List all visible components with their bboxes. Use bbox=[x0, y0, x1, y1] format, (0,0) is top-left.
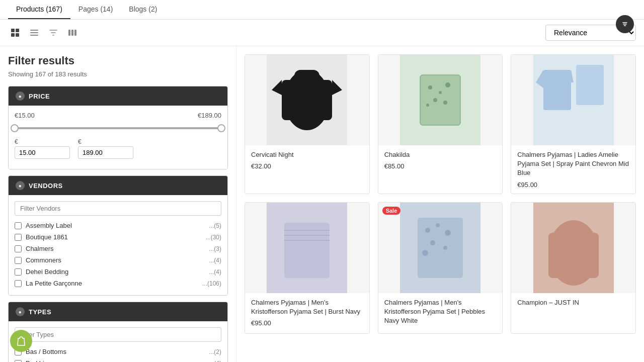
product-name: Chalmers Pyjamas | Men's Kristofferson P… bbox=[384, 298, 497, 326]
product-info: Chalmers Pyjamas | Men's Kristofferson P… bbox=[245, 293, 369, 332]
type-checkbox[interactable] bbox=[15, 360, 22, 363]
types-search-input[interactable] bbox=[15, 327, 221, 342]
price-circle-icon: ● bbox=[16, 92, 25, 101]
vendor-item: Boutique 1861 ...(30) bbox=[15, 231, 221, 243]
product-info: Cervicati Night €32.00 bbox=[245, 145, 369, 175]
price-min-wrap: € bbox=[15, 138, 70, 159]
range-thumb-left[interactable] bbox=[11, 124, 19, 132]
svg-rect-27 bbox=[576, 65, 604, 105]
vendor-checkbox[interactable] bbox=[15, 268, 22, 276]
product-card[interactable]: Champion – JUST IN bbox=[511, 202, 636, 334]
grid-view-icon[interactable] bbox=[8, 26, 22, 40]
vendor-name: Commoners bbox=[26, 256, 61, 264]
filter-circle-button[interactable] bbox=[616, 15, 634, 33]
product-image bbox=[245, 55, 369, 145]
vendors-search-input[interactable] bbox=[15, 201, 221, 216]
list-view-icon[interactable] bbox=[27, 26, 41, 40]
type-count: ...(4) bbox=[209, 360, 221, 363]
price-section: ● PRICE €15.00 €189.00 bbox=[8, 86, 228, 169]
svg-point-22 bbox=[433, 98, 437, 102]
price-label: PRICE bbox=[29, 93, 50, 100]
svg-point-39 bbox=[443, 246, 447, 250]
product-info: Chakilda €85.00 bbox=[378, 145, 503, 175]
product-card[interactable]: Chakilda €85.00 bbox=[378, 54, 503, 194]
svg-point-20 bbox=[439, 91, 442, 94]
product-name: Chalmers Pyjamas | Ladies Amelie Pyjama … bbox=[517, 150, 629, 178]
product-card[interactable]: Sale Chalmers Pyjamas | Men's Kristoffer… bbox=[378, 202, 503, 334]
price-max-input[interactable] bbox=[78, 146, 133, 159]
range-thumb-right[interactable] bbox=[217, 124, 225, 132]
product-name: Chalmers Pyjamas | Men's Kristofferson P… bbox=[251, 298, 363, 316]
vendor-item-left: Dehei Bedding bbox=[15, 268, 68, 276]
shopify-button[interactable] bbox=[10, 330, 32, 352]
svg-point-40 bbox=[422, 250, 428, 256]
vendor-checkbox[interactable] bbox=[15, 280, 22, 287]
svg-point-19 bbox=[428, 85, 432, 89]
svg-rect-7 bbox=[68, 30, 70, 36]
svg-point-37 bbox=[445, 230, 451, 236]
vendor-count: ...(4) bbox=[209, 257, 221, 264]
price-section-header[interactable]: ● PRICE bbox=[9, 86, 227, 106]
types-section-header[interactable]: ● TYPES bbox=[9, 302, 227, 321]
price-min-symbol: € bbox=[15, 138, 70, 145]
price-inputs: € € bbox=[15, 138, 221, 159]
filter-icon[interactable] bbox=[46, 26, 60, 40]
vendor-count: ...(4) bbox=[209, 268, 221, 276]
product-image bbox=[245, 203, 369, 293]
vendor-checkbox[interactable] bbox=[15, 245, 22, 252]
types-list: Bas / Bottoms ...(2) Bed Linen ...(4) Br… bbox=[15, 346, 221, 362]
product-image bbox=[378, 203, 503, 293]
tab-blogs[interactable]: Blogs (2) bbox=[121, 0, 165, 19]
svg-rect-4 bbox=[30, 30, 38, 31]
vendors-section: ● VENDORS Assembly Label ...(5) Boutique… bbox=[8, 175, 228, 296]
product-card[interactable]: Chalmers Pyjamas | Men's Kristofferson P… bbox=[245, 202, 370, 334]
types-section-body: Bas / Bottoms ...(2) Bed Linen ...(4) Br… bbox=[9, 321, 227, 362]
vendor-checkbox[interactable] bbox=[15, 234, 22, 241]
svg-rect-34 bbox=[418, 218, 463, 278]
price-labels: €15.00 €189.00 bbox=[15, 112, 221, 119]
product-name: Cervicati Night bbox=[251, 150, 363, 159]
svg-rect-15 bbox=[294, 70, 319, 82]
svg-point-23 bbox=[426, 104, 429, 107]
vendors-section-header[interactable]: ● VENDORS bbox=[9, 176, 227, 195]
vendors-list: Assembly Label ...(5) Boutique 1861 ...(… bbox=[15, 220, 221, 289]
vendor-count: ...(3) bbox=[209, 245, 221, 252]
svg-rect-12 bbox=[282, 80, 332, 120]
vendor-name: Chalmers bbox=[26, 245, 54, 252]
svg-rect-2 bbox=[11, 33, 15, 37]
tab-pages[interactable]: Pages (14) bbox=[70, 0, 121, 19]
vendors-circle-icon: ● bbox=[16, 181, 25, 190]
products-area: Cervicati Night €32.00 Chakilda €85.00 C… bbox=[236, 46, 644, 362]
svg-rect-0 bbox=[11, 29, 15, 32]
svg-rect-26 bbox=[543, 70, 571, 110]
range-fill bbox=[15, 127, 221, 129]
price-max-wrap: € bbox=[78, 138, 133, 159]
vendor-item-left: La Petite Garçonne bbox=[15, 280, 82, 287]
product-name: Chakilda bbox=[384, 150, 497, 159]
vendor-checkbox[interactable] bbox=[15, 257, 22, 264]
vendor-item-left: Chalmers bbox=[15, 245, 54, 252]
product-card[interactable]: Chalmers Pyjamas | Ladies Amelie Pyjama … bbox=[511, 54, 636, 194]
price-min-input[interactable] bbox=[15, 146, 70, 159]
vendor-checkbox[interactable] bbox=[15, 222, 22, 229]
svg-point-21 bbox=[445, 82, 450, 87]
vendors-section-body: Assembly Label ...(5) Boutique 1861 ...(… bbox=[9, 195, 227, 295]
svg-point-38 bbox=[430, 240, 435, 245]
product-card[interactable]: Cervicati Night €32.00 bbox=[245, 54, 370, 194]
main-layout: Filter results Showing 167 of 183 result… bbox=[0, 46, 644, 362]
type-name: Bas / Bottoms bbox=[26, 348, 66, 355]
svg-rect-6 bbox=[30, 35, 38, 36]
vendor-item: Assembly Label ...(5) bbox=[15, 220, 221, 231]
svg-rect-3 bbox=[16, 33, 19, 37]
svg-rect-1 bbox=[16, 29, 19, 32]
product-image bbox=[378, 55, 503, 145]
columns-icon[interactable] bbox=[65, 26, 79, 40]
filter-subtitle: Showing 167 of 183 results bbox=[8, 70, 228, 78]
tab-products[interactable]: Products (167) bbox=[8, 0, 70, 19]
type-name: Bed Linen bbox=[26, 359, 55, 362]
svg-point-36 bbox=[436, 223, 440, 227]
vendor-item: Chalmers ...(3) bbox=[15, 243, 221, 254]
product-price: €32.00 bbox=[251, 162, 363, 170]
price-section-body: €15.00 €189.00 € bbox=[9, 106, 227, 169]
svg-rect-5 bbox=[30, 32, 38, 33]
